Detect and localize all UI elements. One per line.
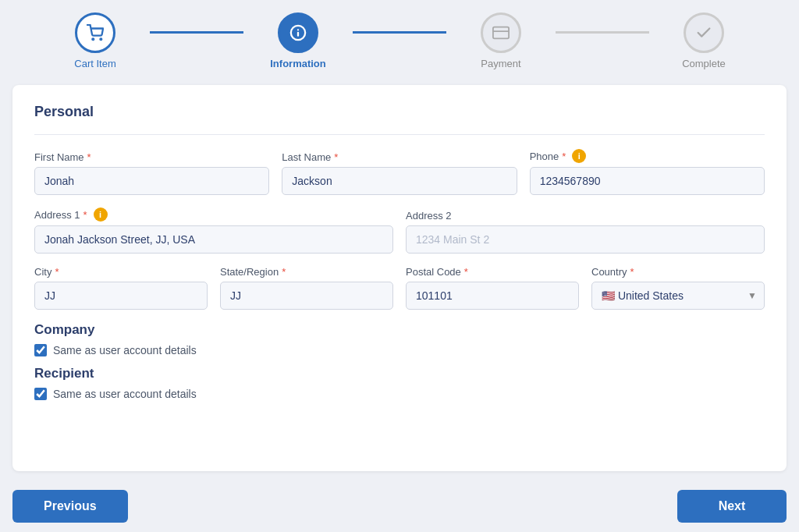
step-circle-complete bbox=[684, 12, 724, 53]
city-input[interactable] bbox=[34, 282, 208, 310]
step-payment: Payment bbox=[446, 12, 556, 69]
country-select[interactable]: 🇺🇸 United States 🇨🇦 Canada 🇬🇧 United Kin… bbox=[591, 282, 765, 310]
phone-required: * bbox=[562, 151, 566, 162]
phone-info-icon[interactable]: i bbox=[572, 149, 586, 163]
next-button[interactable]: Next bbox=[677, 490, 787, 523]
recipient-section-title: Recipient bbox=[34, 366, 765, 381]
step-label-payment: Payment bbox=[481, 58, 520, 69]
last-name-group: Last Name * bbox=[282, 151, 517, 195]
country-select-wrapper: 🇺🇸 United States 🇨🇦 Canada 🇬🇧 United Kin… bbox=[591, 282, 765, 310]
first-name-input[interactable] bbox=[34, 167, 269, 195]
city-group: City * bbox=[34, 266, 208, 310]
stepper: Cart Item Information Payment Complete bbox=[0, 0, 799, 76]
first-name-group: First Name * bbox=[34, 151, 269, 195]
step-label-complete: Complete bbox=[682, 58, 726, 69]
company-checkbox-label[interactable]: Same as user account details bbox=[53, 344, 197, 356]
form-card: Personal First Name * Last Name * Ph bbox=[12, 85, 787, 471]
previous-button[interactable]: Previous bbox=[12, 490, 128, 523]
recipient-checkbox-row: Same as user account details bbox=[34, 388, 765, 400]
postal-label: Postal Code * bbox=[406, 266, 579, 278]
step-circle-info bbox=[278, 12, 318, 53]
step-label-cart: Cart Item bbox=[74, 58, 115, 69]
address2-input[interactable] bbox=[406, 225, 765, 254]
step-label-info: Information bbox=[270, 58, 326, 69]
state-group: State/Region * bbox=[220, 266, 393, 310]
city-label: City * bbox=[34, 266, 208, 278]
state-label: State/Region * bbox=[220, 266, 393, 278]
city-required: * bbox=[55, 266, 59, 278]
address1-required: * bbox=[83, 209, 87, 221]
state-input[interactable] bbox=[220, 282, 393, 310]
last-name-label: Last Name * bbox=[282, 151, 517, 163]
state-required: * bbox=[282, 266, 286, 278]
postal-required: * bbox=[464, 266, 468, 278]
company-checkbox[interactable] bbox=[34, 344, 47, 356]
address1-label: Address 1 * i bbox=[34, 207, 393, 222]
svg-point-0 bbox=[92, 38, 94, 40]
first-name-label: First Name * bbox=[34, 151, 269, 163]
step-circle-cart bbox=[75, 12, 115, 53]
address1-info-icon[interactable]: i bbox=[94, 207, 108, 222]
country-group: Country * 🇺🇸 United States 🇨🇦 Canada 🇬🇧 … bbox=[591, 266, 765, 310]
postal-group: Postal Code * bbox=[406, 266, 579, 310]
address2-group: Address 2 bbox=[406, 210, 765, 254]
address1-input[interactable] bbox=[34, 225, 393, 254]
address2-label: Address 2 bbox=[406, 210, 765, 222]
last-name-required: * bbox=[334, 151, 338, 163]
first-name-required: * bbox=[87, 151, 91, 163]
postal-input[interactable] bbox=[406, 282, 579, 310]
recipient-checkbox[interactable] bbox=[34, 388, 47, 400]
step-wrapper-payment: Payment bbox=[446, 12, 649, 69]
company-section-title: Company bbox=[34, 322, 765, 338]
step-complete: Complete bbox=[649, 12, 758, 69]
step-wrapper-cart: Cart Item bbox=[41, 12, 243, 69]
form-row-location: City * State/Region * Postal Code * bbox=[34, 266, 765, 310]
country-label: Country * bbox=[591, 266, 765, 278]
step-information: Information bbox=[243, 12, 353, 69]
step-wrapper-info: Information bbox=[243, 12, 446, 69]
personal-section-title: Personal bbox=[34, 104, 765, 120]
form-row-names: First Name * Last Name * Phone * i bbox=[34, 149, 765, 195]
section-divider-personal bbox=[34, 134, 765, 135]
step-circle-payment bbox=[481, 12, 521, 53]
company-checkbox-row: Same as user account details bbox=[34, 344, 765, 356]
svg-point-1 bbox=[100, 38, 101, 40]
step-wrapper-complete: Complete bbox=[649, 12, 758, 69]
form-row-address: Address 1 * i Address 2 bbox=[34, 207, 765, 254]
footer-bar: Previous Next bbox=[0, 481, 799, 532]
step-cart-item: Cart Item bbox=[41, 12, 150, 69]
phone-label: Phone * i bbox=[530, 149, 765, 163]
recipient-checkbox-label[interactable]: Same as user account details bbox=[53, 388, 197, 400]
connector-2 bbox=[353, 31, 446, 34]
connector-3 bbox=[556, 31, 649, 34]
svg-rect-5 bbox=[493, 27, 509, 39]
address1-group: Address 1 * i bbox=[34, 207, 393, 254]
main-content: Personal First Name * Last Name * Ph bbox=[0, 76, 799, 481]
connector-1 bbox=[150, 31, 243, 34]
last-name-input[interactable] bbox=[282, 167, 517, 195]
phone-group: Phone * i bbox=[530, 149, 765, 195]
phone-input[interactable] bbox=[530, 167, 765, 195]
country-required: * bbox=[630, 266, 634, 278]
